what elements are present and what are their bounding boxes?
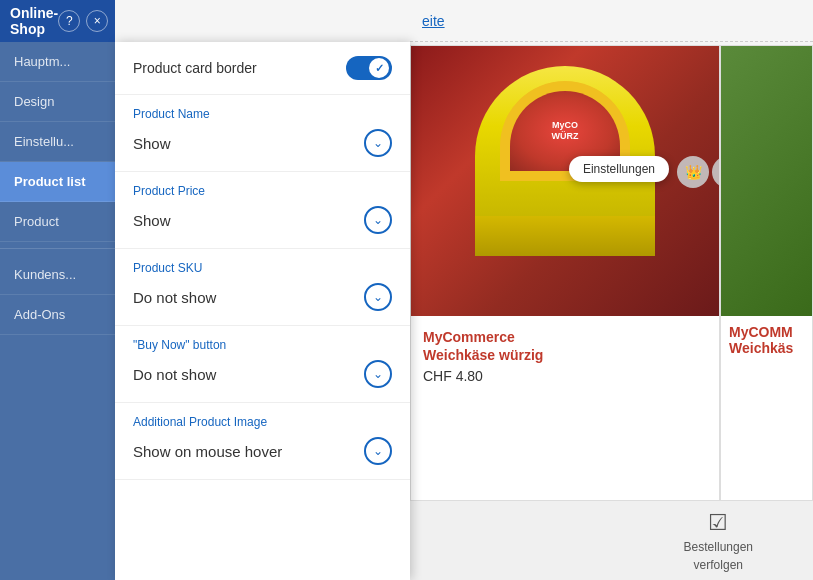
cheese-shape: MyCO WÜRZ [475,66,655,216]
buy-now-section: "Buy Now" button Do not show ⌄ [115,326,410,403]
sidebar-divider [0,248,115,249]
sidebar-header-icons: ? × [58,10,108,32]
orders-icon: ☑ [708,510,728,536]
sidebar-item-einstellu[interactable]: Einstellu... [0,122,115,162]
toggle-label: Product card border [133,60,257,76]
orders-tracking: ☑ Bestellungen verfolgen [684,510,753,572]
buy-now-dropdown-row: Do not show ⌄ [133,360,392,388]
help-button[interactable]: ? [58,10,80,32]
panel-toggle-row: Product card border ✓ [115,42,410,95]
crown-icon-badge[interactable]: 👑 [677,156,709,188]
settings-badge: Einstellungen [569,156,669,182]
product-image-1: MyCO WÜRZ Einstellungen 👑 ? [411,46,719,316]
product-sku-section: Product SKU Do not show ⌄ [115,249,410,326]
bg-top-bar: eite [410,0,813,42]
product-price-chevron[interactable]: ⌄ [364,206,392,234]
question-icon-badge[interactable]: ? [712,156,719,188]
product-card-border-toggle[interactable]: ✓ [346,56,392,80]
product-image-2 [721,46,812,316]
buy-now-chevron[interactable]: ⌄ [364,360,392,388]
product-name-2: MyCOMMWeichkäs [721,316,812,364]
sidebar-title: Online-Shop [10,5,58,37]
cheese-side [475,216,655,256]
settings-panel: Product card border ✓ Product Name Show … [115,42,410,580]
product-name-section: Product Name Show ⌄ [115,95,410,172]
additional-image-value: Show on mouse hover [133,443,282,460]
sidebar-item-kundens[interactable]: Kundens... [0,255,115,295]
sidebar-item-design[interactable]: Design [0,82,115,122]
product-name-dropdown-row: Show ⌄ [133,129,392,157]
product-sku-dropdown-row: Do not show ⌄ [133,283,392,311]
product-name-1: MyCommerceWeichkäse würzig [423,328,707,364]
product-price-dropdown-row: Show ⌄ [133,206,392,234]
additional-image-chevron[interactable]: ⌄ [364,437,392,465]
buy-now-label: "Buy Now" button [133,338,392,352]
orders-label-1: Bestellungen [684,540,753,554]
toggle-knob: ✓ [369,58,389,78]
additional-image-dropdown-row: Show on mouse hover ⌄ [133,437,392,465]
product-price-value: Show [133,212,171,229]
sidebar-item-product-list[interactable]: Product list [0,162,115,202]
product-price-section: Product Price Show ⌄ [115,172,410,249]
bg-bottom-bar: ☑ Bestellungen verfolgen [410,500,813,580]
toggle-check-icon: ✓ [375,62,384,75]
orders-label-2: verfolgen [694,558,743,572]
product-info-1: MyCommerceWeichkäse würzig CHF 4.80 [411,316,719,396]
sidebar-header: Online-Shop ? × [0,0,115,42]
additional-image-section: Additional Product Image Show on mouse h… [115,403,410,480]
product-price-1: CHF 4.80 [423,368,707,384]
additional-image-label: Additional Product Image [133,415,392,429]
product-price-label: Product Price [133,184,392,198]
product-sku-chevron[interactable]: ⌄ [364,283,392,311]
sidebar-item-product[interactable]: Product [0,202,115,242]
cheese-label: MyCO WÜRZ [552,120,579,142]
sidebar: Online-Shop ? × Hauptm... Design Einstel… [0,0,115,580]
product-name-label: Product Name [133,107,392,121]
product-sku-label: Product SKU [133,261,392,275]
bg-tab-link[interactable]: eite [422,13,445,29]
product-name-chevron[interactable]: ⌄ [364,129,392,157]
product-name-value: Show [133,135,171,152]
product-sku-value: Do not show [133,289,216,306]
sidebar-item-add-ons[interactable]: Add-Ons [0,295,115,335]
close-button[interactable]: × [86,10,108,32]
buy-now-value: Do not show [133,366,216,383]
sidebar-item-hauptm[interactable]: Hauptm... [0,42,115,82]
